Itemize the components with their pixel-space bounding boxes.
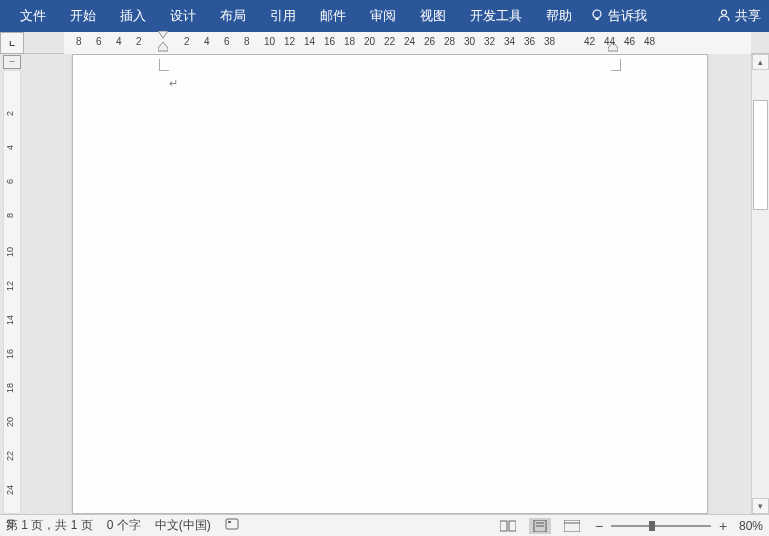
ruler-tick: 26 (5, 519, 15, 529)
zoom-thumb[interactable] (649, 521, 655, 531)
tab-design[interactable]: 设计 (158, 0, 208, 32)
ruler-tick: 16 (324, 36, 335, 47)
tab-view[interactable]: 视图 (408, 0, 458, 32)
scroll-down-button[interactable]: ▾ (752, 498, 769, 514)
first-line-indent-marker[interactable] (158, 31, 168, 41)
svg-point-2 (722, 10, 727, 15)
horizontal-ruler[interactable]: 8642246810121416182022242628303234363842… (64, 32, 751, 54)
ruler-tick: 16 (5, 349, 15, 359)
ruler-tick: 2 (136, 36, 142, 47)
svg-rect-6 (226, 519, 238, 529)
macro-recorder-icon[interactable] (225, 517, 239, 534)
tab-selector[interactable]: ∟ (0, 32, 24, 54)
web-layout-button[interactable] (561, 518, 583, 534)
lightbulb-icon (590, 8, 604, 25)
ruler-tick: 8 (5, 213, 15, 218)
language-status[interactable]: 中文(中国) (155, 517, 211, 534)
document-page[interactable]: ↵ (72, 54, 708, 514)
ruler-tick: 34 (504, 36, 515, 47)
tab-layout[interactable]: 布局 (208, 0, 258, 32)
tab-insert[interactable]: 插入 (108, 0, 158, 32)
document-area[interactable]: ↵ (24, 54, 751, 514)
ruler-tick: 12 (284, 36, 295, 47)
print-layout-button[interactable] (529, 518, 551, 534)
ruler-tick: 22 (5, 451, 15, 461)
paragraph-mark-icon: ↵ (169, 77, 178, 90)
ruler-tick: 2 (5, 111, 15, 116)
ruler-tick: 10 (5, 247, 15, 257)
ruler-tick: 14 (304, 36, 315, 47)
share-button[interactable]: 共享 (717, 7, 761, 25)
zoom-percent[interactable]: 80% (739, 519, 763, 533)
statusbar-right: − + 80% (497, 518, 763, 534)
ruler-tick: 46 (624, 36, 635, 47)
word-count-status[interactable]: 0 个字 (107, 517, 141, 534)
svg-rect-9 (509, 521, 516, 531)
page-number-status[interactable]: 第 1 页，共 1 页 (6, 517, 93, 534)
svg-rect-7 (228, 521, 231, 523)
svg-marker-3 (158, 31, 168, 38)
ruler-tick: 20 (5, 417, 15, 427)
ruler-tick: 4 (116, 36, 122, 47)
scroll-track[interactable] (752, 70, 769, 498)
ruler-tick: 28 (444, 36, 455, 47)
ruler-tick: 6 (224, 36, 230, 47)
zoom-out-button[interactable]: − (593, 518, 605, 534)
vertical-ruler-area: – 2468101214161820222426 (0, 54, 24, 514)
tab-file[interactable]: 文件 (8, 0, 58, 32)
ruler-tick: 26 (424, 36, 435, 47)
scroll-thumb[interactable] (753, 100, 768, 210)
share-label: 共享 (735, 7, 761, 25)
ruler-tick: 24 (404, 36, 415, 47)
ruler-tick: 4 (5, 145, 15, 150)
svg-point-0 (593, 10, 601, 18)
status-bar: 第 1 页，共 1 页 0 个字 中文(中国) − + 80% (0, 514, 769, 536)
workspace: – 2468101214161820222426 ↵ ▴ ▾ (0, 54, 769, 514)
ruler-tick: 18 (5, 383, 15, 393)
svg-rect-13 (564, 520, 580, 532)
svg-marker-4 (158, 42, 168, 51)
zoom-in-button[interactable]: + (717, 518, 729, 534)
ruler-tick: 14 (5, 315, 15, 325)
ribbon-tabs: 文件 开始 插入 设计 布局 引用 邮件 审阅 视图 开发工具 帮助 告诉我 共… (0, 0, 769, 32)
svg-rect-8 (500, 521, 507, 531)
ruler-tick: 18 (344, 36, 355, 47)
vertical-scrollbar[interactable]: ▴ ▾ (751, 54, 769, 514)
tab-home[interactable]: 开始 (58, 0, 108, 32)
ruler-tick: 22 (384, 36, 395, 47)
ruler-tick: 30 (464, 36, 475, 47)
zoom-track[interactable] (611, 525, 711, 527)
read-mode-button[interactable] (497, 518, 519, 534)
tab-references[interactable]: 引用 (258, 0, 308, 32)
ruler-tick: 2 (184, 36, 190, 47)
horizontal-ruler-area: ∟ 86422468101214161820222426283032343638… (0, 32, 769, 54)
tab-review[interactable]: 审阅 (358, 0, 408, 32)
ruler-tick: 42 (584, 36, 595, 47)
ruler-tick: 20 (364, 36, 375, 47)
ruler-tick: 6 (5, 179, 15, 184)
zoom-slider: − + (593, 518, 729, 534)
vertical-ruler[interactable]: 2468101214161820222426 (3, 70, 21, 514)
ruler-tick: 24 (5, 485, 15, 495)
ruler-tick: 36 (524, 36, 535, 47)
ruler-gap (751, 32, 769, 53)
tab-developer[interactable]: 开发工具 (458, 0, 534, 32)
left-indent-marker[interactable] (158, 42, 168, 52)
scroll-up-button[interactable]: ▴ (752, 54, 769, 70)
ruler-tick: 6 (96, 36, 102, 47)
tell-me-search[interactable]: 告诉我 (590, 7, 647, 25)
share-icon (717, 8, 731, 25)
ruler-tick: 44 (604, 36, 615, 47)
ruler-tick: 12 (5, 281, 15, 291)
tab-mailings[interactable]: 邮件 (308, 0, 358, 32)
ruler-tick: 4 (204, 36, 210, 47)
collapse-ribbon-button[interactable]: – (3, 55, 21, 69)
margin-corner-top-right (611, 59, 621, 71)
tell-me-label: 告诉我 (608, 7, 647, 25)
tab-help[interactable]: 帮助 (534, 0, 584, 32)
ruler-tick: 10 (264, 36, 275, 47)
ruler-tick: 8 (76, 36, 82, 47)
ruler-tick: 32 (484, 36, 495, 47)
margin-corner-top-left (159, 59, 169, 71)
svg-rect-1 (596, 18, 599, 20)
